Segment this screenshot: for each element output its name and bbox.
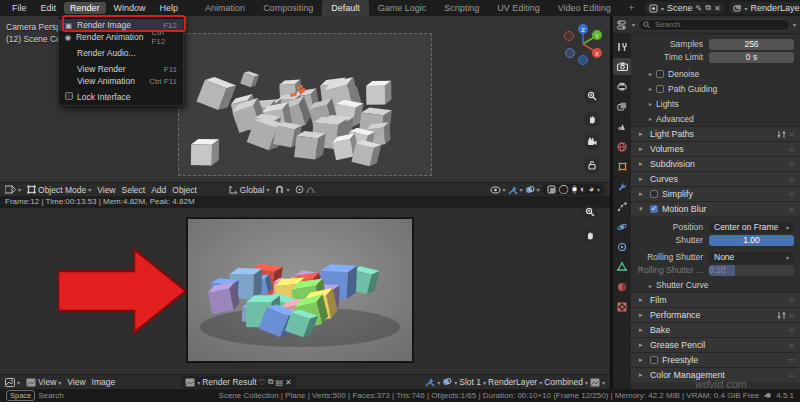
drag-handle-icon[interactable]: =	[789, 340, 794, 350]
menu-item-view-render[interactable]: View Render F11	[59, 63, 183, 75]
time-limit-value[interactable]: 0 s	[709, 52, 794, 63]
drag-handle-icon[interactable]: =	[789, 189, 794, 199]
panel-subdivision[interactable]: ▸Subdivision=	[631, 156, 800, 171]
overlays-toggle[interactable]: ▾	[442, 377, 457, 387]
vp-menu-view[interactable]: View	[97, 185, 115, 195]
scene-selector[interactable]: ▾ Scene ✎ ⧉ ✕	[645, 2, 725, 14]
menu-item-lock-interface[interactable]: Lock Interface	[59, 91, 183, 103]
pan-hand-icon[interactable]	[582, 227, 598, 243]
menu-item-view-animation[interactable]: View Animation Ctrl F11	[59, 75, 183, 87]
denoise-checkbox[interactable]	[656, 70, 664, 78]
subpanel-lights[interactable]: ▸Lights	[631, 96, 800, 111]
tab-scene-properties[interactable]	[613, 118, 631, 135]
panel-light-paths[interactable]: ▸Light Paths =	[631, 126, 800, 141]
panel-freestyle[interactable]: ▸Freestyle=	[631, 352, 800, 367]
shading-rendered-icon[interactable]: ◕	[589, 185, 594, 194]
display-mode-selector[interactable]: View ▾	[26, 377, 61, 387]
panel-performance[interactable]: ▸Performance =	[631, 307, 800, 322]
lock-icon[interactable]	[584, 157, 600, 173]
tab-world-properties[interactable]	[613, 138, 631, 155]
proportional-editing[interactable]	[295, 185, 315, 194]
tab-texture-properties[interactable]	[613, 298, 631, 315]
drag-handle-icon[interactable]: =	[789, 295, 794, 305]
transform-orientation[interactable]: Global ▾	[229, 185, 270, 195]
subpanel-denoise[interactable]: ▸ Denoise	[631, 66, 800, 81]
drag-handle-icon[interactable]: =	[789, 204, 794, 214]
panel-simplify[interactable]: ▸Simplify=	[631, 186, 800, 201]
menu-help[interactable]: Help	[154, 2, 185, 14]
camera-view-icon[interactable]	[584, 134, 600, 150]
pin-icon[interactable]: ✎	[695, 4, 702, 13]
lock-interface-checkbox[interactable]	[65, 92, 73, 100]
properties-editor-icon[interactable]	[617, 20, 629, 30]
shading-solid-icon[interactable]: ●	[572, 185, 577, 194]
editor-type-button[interactable]: ▾	[5, 378, 20, 387]
panel-grease-pencil[interactable]: ▸Grease Pencil=	[631, 337, 800, 352]
image-datablock-selector[interactable]: ▾ Render Result ♡ ⧉ ▤ ✕	[181, 376, 296, 388]
unlink-icon[interactable]: ✕	[285, 378, 292, 387]
menu-window[interactable]: Window	[108, 2, 152, 14]
tab-compositing[interactable]: Compositing	[254, 0, 322, 16]
filter-sliders-icon[interactable]	[777, 311, 786, 320]
panel-curves[interactable]: ▸Curves=	[631, 171, 800, 186]
subpanel-shutter-curve[interactable]: ▸Shutter Curve	[631, 278, 800, 292]
motion-blur-checkbox[interactable]: ✓	[650, 205, 658, 213]
search-input[interactable]	[638, 19, 790, 31]
simplify-checkbox[interactable]	[650, 190, 658, 198]
panel-volumes[interactable]: ▸Volumes=	[631, 141, 800, 156]
filter-sliders-icon[interactable]	[777, 130, 786, 139]
menu-file[interactable]: File	[6, 2, 33, 14]
slot-selector[interactable]: Slot 1 ▾	[459, 377, 486, 387]
freestyle-checkbox[interactable]	[650, 356, 658, 364]
panel-film[interactable]: ▸Film=	[631, 292, 800, 307]
drag-handle-icon[interactable]: =	[789, 129, 794, 139]
rolling-shutter-dropdown[interactable]: None▾	[709, 252, 794, 263]
tab-video-editing[interactable]: Video Editing	[549, 0, 620, 16]
fake-user-icon[interactable]: ♡	[259, 378, 266, 387]
zoom-icon[interactable]	[582, 204, 598, 220]
view-layer-selector[interactable]: ▾ RenderLayer ⧉ ✕	[729, 2, 800, 14]
toggle-xray-icon[interactable]	[547, 185, 556, 194]
visibility-toggle[interactable]: ▾	[490, 186, 506, 194]
snapping-controls[interactable]: ▾	[275, 185, 289, 194]
vp-menu-add[interactable]: Add	[151, 185, 166, 195]
drag-handle-icon[interactable]: =	[789, 325, 794, 335]
drag-handle-icon[interactable]: =	[789, 370, 794, 380]
menu-render[interactable]: Render	[64, 2, 106, 14]
panel-color-management[interactable]: ▸Color Management=	[631, 367, 800, 382]
drag-handle-icon[interactable]: =	[789, 355, 794, 365]
drag-handle-icon[interactable]: =	[789, 174, 794, 184]
subpanel-path-guiding[interactable]: ▸ Path Guiding	[631, 81, 800, 96]
tab-physics-properties[interactable]	[613, 218, 631, 235]
tab-output-properties[interactable]	[613, 78, 631, 95]
navigation-gizmo[interactable]: Z Y X	[564, 22, 602, 66]
position-dropdown[interactable]: Center on Frame▾	[709, 222, 794, 233]
vp-menu-select[interactable]: Select	[122, 185, 146, 195]
tab-uv-editing[interactable]: UV Editing	[488, 0, 549, 16]
gizmos-toggle[interactable]: ▾	[508, 185, 523, 195]
image-pin-button[interactable]: ▾	[590, 378, 605, 387]
img-menu-view[interactable]: View	[67, 377, 85, 387]
image-editor[interactable]: Frame:12 | Time:00:13.53 | Mem:4.82M, Pe…	[0, 196, 610, 374]
panel-motion-blur[interactable]: ▾✓ Motion Blur =	[631, 201, 800, 216]
panel-bake[interactable]: ▸Bake=	[631, 322, 800, 337]
tab-game-logic[interactable]: Game Logic	[369, 0, 436, 16]
shading-wireframe-icon[interactable]: ◯	[559, 185, 569, 194]
tab-object-properties[interactable]	[613, 158, 631, 175]
add-workspace-button[interactable]: +	[620, 0, 643, 16]
tab-constraint-properties[interactable]	[613, 238, 631, 255]
tab-particle-properties[interactable]	[613, 198, 631, 215]
editor-type-button[interactable]: ▾	[5, 185, 21, 194]
subpanel-advanced[interactable]: ▸Advanced	[631, 111, 800, 126]
layer-selector[interactable]: RenderLayer ▾	[488, 377, 542, 387]
img-menu-image[interactable]: Image	[92, 377, 116, 387]
menu-item-render-animation[interactable]: ◉ Render Animation Ctrl F12	[59, 31, 183, 43]
open-folder-icon[interactable]: ▤	[275, 378, 283, 387]
shading-material-icon[interactable]: ◐	[580, 185, 585, 194]
drag-handle-icon[interactable]: =	[789, 310, 794, 320]
tab-animation[interactable]: Animation	[196, 0, 254, 16]
overlays-toggle[interactable]: ▾	[525, 185, 540, 195]
tab-modifier-properties[interactable]	[613, 178, 631, 195]
menu-edit[interactable]: Edit	[35, 2, 63, 14]
drag-handle-icon[interactable]: =	[789, 159, 794, 169]
